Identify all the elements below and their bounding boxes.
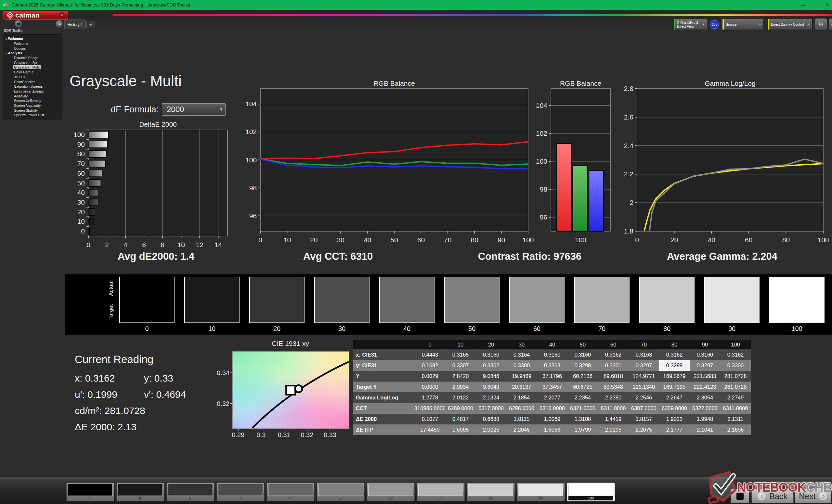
patch-button-10[interactable]: 10 <box>116 482 164 501</box>
swatch-label: 10 <box>184 325 239 333</box>
calman-menu-button[interactable]: calman ▼ <box>3 11 68 20</box>
patch-button-70[interactable]: 70 <box>417 482 465 501</box>
sidebar-item-screen-stability[interactable]: Screen Stability <box>3 108 62 113</box>
svg-text:12: 12 <box>196 241 204 248</box>
svg-text:80: 80 <box>471 236 478 244</box>
de-formula-select[interactable]: 2000 ▼ <box>162 103 226 116</box>
sidebar-item-spectral-power-dist-[interactable]: Spectral Power Dist. <box>3 113 62 117</box>
sidebar-item-saturation-sweeps[interactable]: Saturation Sweeps <box>3 84 62 89</box>
app-window: Calman 2025 Calman Ultimate for Business… <box>0 0 832 504</box>
svg-text:1.8: 1.8 <box>624 227 633 235</box>
table-cell: 2.1311 <box>720 414 751 424</box>
table-cell: 2.0025 <box>476 424 506 435</box>
svg-text:60: 60 <box>417 236 425 244</box>
rgb_line-chart: RGB Balance96981001021040102030405060708… <box>247 79 533 250</box>
svg-text:102: 102 <box>536 130 547 137</box>
table-cell: 2.9034 <box>445 382 476 392</box>
patch-button-90[interactable]: 90 <box>517 482 565 501</box>
patch-label: 80 <box>468 496 513 500</box>
table-row-label: ΔE ITP <box>353 424 415 435</box>
sidebar-item-luminance-sweeps[interactable]: Luminance Sweeps <box>3 89 62 94</box>
sidebar-title: SDR Toolkit <box>4 29 22 32</box>
patch-button-30[interactable]: 30 <box>216 482 264 501</box>
sidebar-collapse-button[interactable]: ◀ <box>55 20 64 28</box>
reading-value: v': 0.4694 <box>144 389 186 400</box>
sidebar-item-label: Additivity <box>13 94 29 98</box>
calman-logo-label: calman <box>15 11 40 19</box>
cie-1931-chart: CIE 1931 xy 0.290.30.310.320.330.340.32 <box>208 340 358 440</box>
sidebar-item-dynamic-range[interactable]: Dynamic Range <box>3 56 62 60</box>
table-cell: 125.1340 <box>628 382 659 392</box>
sidebar-item-color-gamut[interactable]: Color Gamut <box>3 70 62 75</box>
svg-text:100: 100 <box>522 236 534 244</box>
svg-text:6: 6 <box>142 241 146 248</box>
display-control-dropdown[interactable]: Direct Display Control ▼ <box>767 19 812 30</box>
svg-text:4: 4 <box>124 241 127 248</box>
footer-tool-button-1[interactable]: • <box>753 481 768 490</box>
footer-tool-button-5[interactable]: • <box>816 481 830 490</box>
minimize-icon[interactable]: — <box>801 2 806 7</box>
settings-button[interactable]: ⚙ <box>815 18 827 30</box>
svg-text:40: 40 <box>708 236 715 244</box>
add-tab-button[interactable]: + <box>86 21 95 28</box>
patch-button-50[interactable]: 50 <box>316 482 365 501</box>
rgb_bar-chart: RGB Balance9698100102104100 <box>533 79 630 250</box>
cie-x-tick: 0.32 <box>297 431 317 439</box>
patch-button-100[interactable]: 100 <box>567 482 615 501</box>
tick-mark <box>230 403 232 404</box>
cie-overlay <box>233 352 349 428</box>
sidebar-item-3d-lut[interactable]: 3D LUT <box>3 75 62 80</box>
source-dropdown[interactable]: Source ▼ <box>722 19 764 30</box>
meter-dropdown[interactable]: X-Rite i1Pro 2Direct View ▼ <box>673 19 707 30</box>
patch-toolbar: 0102030405060708090100 ••••• « Back Next… <box>0 477 832 504</box>
svg-text:50: 50 <box>390 236 398 244</box>
table-cell: 2.2647 <box>659 392 690 403</box>
sidebar-item-welcome[interactable]: Welcome <box>3 41 62 46</box>
back-button[interactable]: « Back <box>751 489 794 503</box>
chevron-down-icon: ▼ <box>702 23 705 26</box>
tab-history-1[interactable]: History 1 <box>64 20 86 29</box>
svg-text:96: 96 <box>540 213 547 221</box>
sidebar-item-screen-uniformity[interactable]: Screen Uniformity <box>3 99 62 103</box>
patch-button-60[interactable]: 60 <box>367 482 415 501</box>
table-cell: 222.4123 <box>690 382 720 392</box>
de-formula-value: 2000 <box>167 105 184 114</box>
patch-button-40[interactable]: 40 <box>266 482 315 501</box>
sidebar-item-options[interactable]: Options <box>3 46 62 51</box>
maximize-icon[interactable]: ▢ <box>813 2 818 7</box>
svg-text:10: 10 <box>283 236 291 244</box>
nav-dot-button[interactable] <box>14 20 23 28</box>
table-cell: 6289.0000 <box>445 403 476 414</box>
footer-tool-button-3[interactable]: • <box>784 481 799 490</box>
next-button[interactable]: Next » <box>795 489 831 503</box>
tree-section-analysis[interactable]: ◢Analysis <box>3 51 62 56</box>
patch-button-80[interactable]: 80 <box>467 482 515 501</box>
svg-text:0: 0 <box>81 227 85 235</box>
table-cell: 0.3301 <box>598 360 628 371</box>
close-icon[interactable]: ✕ <box>826 2 829 7</box>
rainbow-strip <box>112 14 832 16</box>
tree-section-welcome[interactable]: ◢Welcome <box>3 36 62 41</box>
patch-button-20[interactable]: 20 <box>166 482 214 501</box>
sidebar-item-grayscale-multi[interactable]: Grayscale - Multi <box>3 65 62 70</box>
chart-title: RGB Balance <box>373 80 415 87</box>
patch-window-button[interactable] <box>731 489 750 503</box>
tree-expander-icon[interactable]: ◢ <box>5 52 7 54</box>
swatch-label: 80 <box>639 325 695 333</box>
tree-expander-icon[interactable]: ◢ <box>5 38 7 40</box>
table-cell: 1.8053 <box>537 424 568 435</box>
footer-tool-button-2[interactable]: • <box>769 481 783 490</box>
svg-text:2.4: 2.4 <box>624 142 634 149</box>
sidebar-item-additivity[interactable]: Additivity <box>3 93 62 99</box>
sidebar-item-colorchecker[interactable]: ColorChecker <box>3 79 62 84</box>
meter-count-badge[interactable]: 235 <box>710 20 719 29</box>
table-cell: 0.0000 <box>415 382 445 392</box>
sidebar-item-grayscale-2pt[interactable]: Grayscale - 2pt <box>3 60 62 65</box>
footer-tool-button-4[interactable]: • <box>800 481 814 490</box>
deltae-bar-70 <box>89 161 106 167</box>
current-reading-panel: Current Reading x: 0.3162y: 0.33u': 0.19… <box>70 351 223 439</box>
sidebar-item-screen-angularity[interactable]: Screen Angularity <box>3 103 62 108</box>
patch-button-0[interactable]: 0 <box>66 482 114 501</box>
deltae-chart: DeltaE 200002468101214100908070605040302… <box>67 120 232 250</box>
panel-collapse-button[interactable]: ◀ <box>828 18 832 30</box>
